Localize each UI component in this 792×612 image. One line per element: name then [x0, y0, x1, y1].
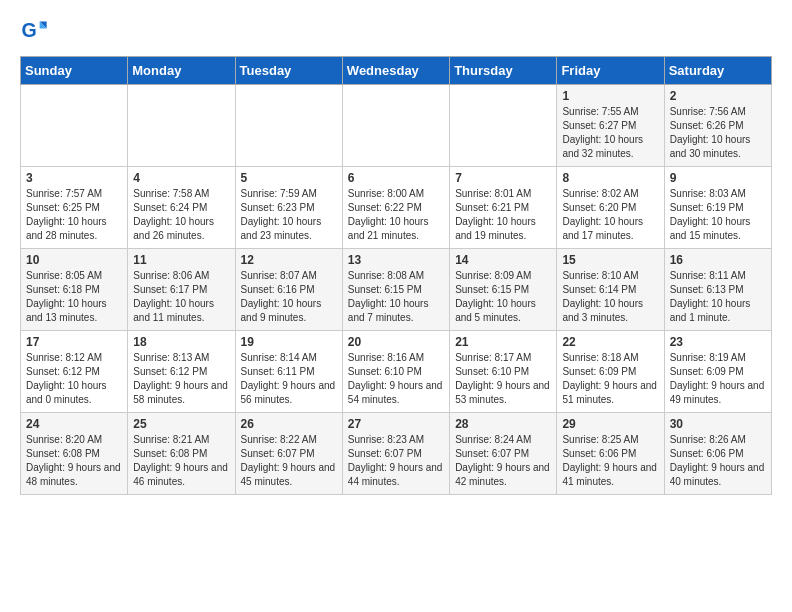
cell-content: Sunrise: 8:08 AM Sunset: 6:15 PM Dayligh… — [348, 269, 444, 325]
cell-content: Sunrise: 8:25 AM Sunset: 6:06 PM Dayligh… — [562, 433, 658, 489]
cell-content: Sunrise: 8:21 AM Sunset: 6:08 PM Dayligh… — [133, 433, 229, 489]
calendar-cell — [235, 85, 342, 167]
calendar-cell — [21, 85, 128, 167]
day-number: 14 — [455, 253, 551, 267]
day-number: 9 — [670, 171, 766, 185]
cell-content: Sunrise: 8:12 AM Sunset: 6:12 PM Dayligh… — [26, 351, 122, 407]
day-number: 18 — [133, 335, 229, 349]
day-number: 8 — [562, 171, 658, 185]
week-row-4: 17Sunrise: 8:12 AM Sunset: 6:12 PM Dayli… — [21, 331, 772, 413]
day-header-friday: Friday — [557, 57, 664, 85]
cell-content: Sunrise: 8:06 AM Sunset: 6:17 PM Dayligh… — [133, 269, 229, 325]
day-number: 11 — [133, 253, 229, 267]
day-number: 7 — [455, 171, 551, 185]
day-number: 15 — [562, 253, 658, 267]
calendar-cell: 7Sunrise: 8:01 AM Sunset: 6:21 PM Daylig… — [450, 167, 557, 249]
day-number: 26 — [241, 417, 337, 431]
calendar-cell: 29Sunrise: 8:25 AM Sunset: 6:06 PM Dayli… — [557, 413, 664, 495]
cell-content: Sunrise: 8:18 AM Sunset: 6:09 PM Dayligh… — [562, 351, 658, 407]
calendar-cell: 20Sunrise: 8:16 AM Sunset: 6:10 PM Dayli… — [342, 331, 449, 413]
day-number: 5 — [241, 171, 337, 185]
cell-content: Sunrise: 7:57 AM Sunset: 6:25 PM Dayligh… — [26, 187, 122, 243]
day-header-sunday: Sunday — [21, 57, 128, 85]
calendar-cell: 10Sunrise: 8:05 AM Sunset: 6:18 PM Dayli… — [21, 249, 128, 331]
day-number: 29 — [562, 417, 658, 431]
calendar-cell — [128, 85, 235, 167]
cell-content: Sunrise: 8:02 AM Sunset: 6:20 PM Dayligh… — [562, 187, 658, 243]
cell-content: Sunrise: 7:55 AM Sunset: 6:27 PM Dayligh… — [562, 105, 658, 161]
day-number: 4 — [133, 171, 229, 185]
calendar-cell: 12Sunrise: 8:07 AM Sunset: 6:16 PM Dayli… — [235, 249, 342, 331]
cell-content: Sunrise: 7:56 AM Sunset: 6:26 PM Dayligh… — [670, 105, 766, 161]
day-number: 23 — [670, 335, 766, 349]
calendar-cell: 14Sunrise: 8:09 AM Sunset: 6:15 PM Dayli… — [450, 249, 557, 331]
day-number: 1 — [562, 89, 658, 103]
calendar-cell: 11Sunrise: 8:06 AM Sunset: 6:17 PM Dayli… — [128, 249, 235, 331]
cell-content: Sunrise: 8:05 AM Sunset: 6:18 PM Dayligh… — [26, 269, 122, 325]
day-number: 24 — [26, 417, 122, 431]
day-number: 13 — [348, 253, 444, 267]
cell-content: Sunrise: 7:58 AM Sunset: 6:24 PM Dayligh… — [133, 187, 229, 243]
calendar-cell: 28Sunrise: 8:24 AM Sunset: 6:07 PM Dayli… — [450, 413, 557, 495]
day-number: 16 — [670, 253, 766, 267]
calendar-cell: 16Sunrise: 8:11 AM Sunset: 6:13 PM Dayli… — [664, 249, 771, 331]
calendar-cell: 17Sunrise: 8:12 AM Sunset: 6:12 PM Dayli… — [21, 331, 128, 413]
cell-content: Sunrise: 8:03 AM Sunset: 6:19 PM Dayligh… — [670, 187, 766, 243]
day-number: 22 — [562, 335, 658, 349]
calendar-cell: 21Sunrise: 8:17 AM Sunset: 6:10 PM Dayli… — [450, 331, 557, 413]
calendar-cell: 30Sunrise: 8:26 AM Sunset: 6:06 PM Dayli… — [664, 413, 771, 495]
calendar-cell — [450, 85, 557, 167]
cell-content: Sunrise: 8:01 AM Sunset: 6:21 PM Dayligh… — [455, 187, 551, 243]
calendar-table: SundayMondayTuesdayWednesdayThursdayFrid… — [20, 56, 772, 495]
day-header-monday: Monday — [128, 57, 235, 85]
day-number: 12 — [241, 253, 337, 267]
cell-content: Sunrise: 8:26 AM Sunset: 6:06 PM Dayligh… — [670, 433, 766, 489]
day-number: 2 — [670, 89, 766, 103]
header-row: SundayMondayTuesdayWednesdayThursdayFrid… — [21, 57, 772, 85]
week-row-5: 24Sunrise: 8:20 AM Sunset: 6:08 PM Dayli… — [21, 413, 772, 495]
cell-content: Sunrise: 8:22 AM Sunset: 6:07 PM Dayligh… — [241, 433, 337, 489]
cell-content: Sunrise: 8:19 AM Sunset: 6:09 PM Dayligh… — [670, 351, 766, 407]
day-number: 28 — [455, 417, 551, 431]
calendar-cell: 19Sunrise: 8:14 AM Sunset: 6:11 PM Dayli… — [235, 331, 342, 413]
day-header-tuesday: Tuesday — [235, 57, 342, 85]
cell-content: Sunrise: 8:20 AM Sunset: 6:08 PM Dayligh… — [26, 433, 122, 489]
calendar-cell: 4Sunrise: 7:58 AM Sunset: 6:24 PM Daylig… — [128, 167, 235, 249]
cell-content: Sunrise: 8:09 AM Sunset: 6:15 PM Dayligh… — [455, 269, 551, 325]
calendar-cell: 25Sunrise: 8:21 AM Sunset: 6:08 PM Dayli… — [128, 413, 235, 495]
calendar-cell: 5Sunrise: 7:59 AM Sunset: 6:23 PM Daylig… — [235, 167, 342, 249]
logo: G — [20, 16, 52, 44]
calendar-cell: 26Sunrise: 8:22 AM Sunset: 6:07 PM Dayli… — [235, 413, 342, 495]
calendar-cell: 9Sunrise: 8:03 AM Sunset: 6:19 PM Daylig… — [664, 167, 771, 249]
week-row-2: 3Sunrise: 7:57 AM Sunset: 6:25 PM Daylig… — [21, 167, 772, 249]
day-header-saturday: Saturday — [664, 57, 771, 85]
logo-icon: G — [20, 16, 48, 44]
day-number: 17 — [26, 335, 122, 349]
day-header-wednesday: Wednesday — [342, 57, 449, 85]
day-number: 25 — [133, 417, 229, 431]
cell-content: Sunrise: 8:00 AM Sunset: 6:22 PM Dayligh… — [348, 187, 444, 243]
week-row-3: 10Sunrise: 8:05 AM Sunset: 6:18 PM Dayli… — [21, 249, 772, 331]
calendar-cell: 3Sunrise: 7:57 AM Sunset: 6:25 PM Daylig… — [21, 167, 128, 249]
calendar-cell: 22Sunrise: 8:18 AM Sunset: 6:09 PM Dayli… — [557, 331, 664, 413]
calendar-cell: 6Sunrise: 8:00 AM Sunset: 6:22 PM Daylig… — [342, 167, 449, 249]
calendar-cell — [342, 85, 449, 167]
day-header-thursday: Thursday — [450, 57, 557, 85]
calendar-cell: 13Sunrise: 8:08 AM Sunset: 6:15 PM Dayli… — [342, 249, 449, 331]
calendar-cell: 8Sunrise: 8:02 AM Sunset: 6:20 PM Daylig… — [557, 167, 664, 249]
calendar-cell: 15Sunrise: 8:10 AM Sunset: 6:14 PM Dayli… — [557, 249, 664, 331]
header: G — [20, 16, 772, 44]
calendar-cell: 24Sunrise: 8:20 AM Sunset: 6:08 PM Dayli… — [21, 413, 128, 495]
svg-text:G: G — [21, 19, 36, 41]
cell-content: Sunrise: 8:16 AM Sunset: 6:10 PM Dayligh… — [348, 351, 444, 407]
cell-content: Sunrise: 8:17 AM Sunset: 6:10 PM Dayligh… — [455, 351, 551, 407]
cell-content: Sunrise: 8:14 AM Sunset: 6:11 PM Dayligh… — [241, 351, 337, 407]
calendar-cell: 27Sunrise: 8:23 AM Sunset: 6:07 PM Dayli… — [342, 413, 449, 495]
day-number: 10 — [26, 253, 122, 267]
cell-content: Sunrise: 8:11 AM Sunset: 6:13 PM Dayligh… — [670, 269, 766, 325]
day-number: 30 — [670, 417, 766, 431]
cell-content: Sunrise: 8:10 AM Sunset: 6:14 PM Dayligh… — [562, 269, 658, 325]
cell-content: Sunrise: 8:24 AM Sunset: 6:07 PM Dayligh… — [455, 433, 551, 489]
calendar-cell: 2Sunrise: 7:56 AM Sunset: 6:26 PM Daylig… — [664, 85, 771, 167]
cell-content: Sunrise: 8:13 AM Sunset: 6:12 PM Dayligh… — [133, 351, 229, 407]
